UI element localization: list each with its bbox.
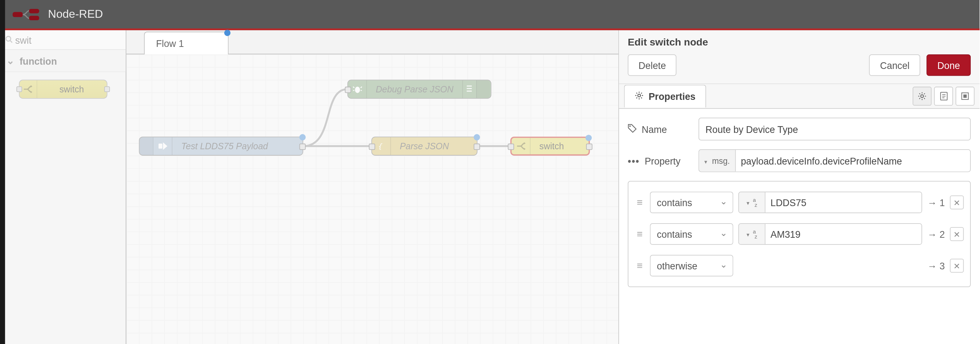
svg-point-16	[921, 95, 924, 98]
svg-rect-1	[29, 16, 39, 20]
name-label: Name	[641, 124, 667, 134]
drag-handle-icon[interactable]: ≡	[635, 260, 645, 272]
svg-rect-2	[13, 12, 23, 17]
delete-button[interactable]: Delete	[628, 54, 677, 76]
workspace: Flow 1 Test LDDS75 Payload	[126, 30, 619, 344]
node-input-port[interactable]	[345, 87, 351, 93]
search-icon	[5, 35, 13, 45]
changed-indicator-icon	[474, 134, 480, 140]
inject-icon	[154, 137, 172, 155]
svg-line-9	[360, 87, 361, 88]
changed-indicator-icon	[224, 30, 231, 36]
node-debug[interactable]: Debug Parse JSON	[347, 80, 492, 98]
drag-handle-icon[interactable]: ≡	[635, 229, 645, 240]
svg-point-3	[6, 36, 11, 40]
node-port	[104, 86, 110, 92]
rules-list: ≡ contains az → 1 ✕ ≡ contains az	[628, 181, 971, 287]
done-button[interactable]: Done	[927, 54, 971, 76]
drag-handle-icon[interactable]: ≡	[635, 197, 645, 208]
node-label: Debug Parse JSON	[367, 84, 462, 94]
remove-rule-button[interactable]: ✕	[950, 227, 964, 241]
gear-icon	[635, 91, 644, 102]
node-inject[interactable]: Test LDDS75 Payload	[139, 136, 303, 155]
node-output-port[interactable]	[299, 144, 306, 150]
rule-value-input[interactable]: az	[738, 192, 923, 213]
value-type-selector[interactable]: az	[739, 224, 766, 244]
property-label: Property	[645, 155, 681, 166]
node-input-port[interactable]	[508, 144, 514, 150]
rule-value-field[interactable]	[765, 192, 922, 213]
tag-icon	[628, 124, 636, 134]
svg-rect-22	[963, 94, 967, 98]
rule-operator-select[interactable]: contains	[650, 223, 733, 245]
switch-icon	[512, 138, 530, 154]
rule-row: ≡ contains az → 2 ✕	[635, 218, 964, 250]
node-port	[16, 86, 22, 92]
app-title: Node-RED	[48, 8, 103, 21]
chevron-down-icon: ⌄	[6, 55, 14, 66]
remove-rule-button[interactable]: ✕	[950, 195, 964, 209]
node-label: Parse JSON	[391, 141, 458, 151]
value-type-selector[interactable]: az	[739, 192, 766, 213]
tab-properties-label: Properties	[649, 91, 695, 102]
svg-line-4	[10, 40, 12, 42]
tab-label: Flow 1	[156, 38, 184, 49]
rule-value-field[interactable]	[765, 224, 922, 244]
node-output-port[interactable]	[586, 144, 593, 150]
property-input[interactable]: msg.	[698, 149, 971, 172]
property-value-input[interactable]	[736, 150, 970, 172]
palette-sidebar: × ⌄ function switch	[0, 30, 126, 344]
node-json[interactable]: { } Parse JSON	[371, 136, 477, 155]
rule-operator-select[interactable]: contains	[650, 192, 733, 213]
node-appearance-button[interactable]	[956, 87, 974, 106]
node-input-port[interactable]	[369, 144, 375, 150]
inject-button[interactable]	[140, 137, 153, 155]
node-label: Test LDDS75 Payload	[172, 141, 277, 151]
flow-canvas[interactable]: Test LDDS75 Payload { } Parse JSON Debug	[126, 54, 619, 344]
app-header: Node-RED	[0, 0, 980, 30]
debug-toggle-icon[interactable]	[462, 80, 476, 98]
svg-rect-0	[29, 8, 39, 13]
palette-node-switch[interactable]: switch	[19, 80, 107, 98]
changed-indicator-icon	[585, 135, 592, 141]
tab-properties[interactable]: Properties	[624, 85, 706, 108]
cancel-button[interactable]: Cancel	[869, 54, 920, 76]
node-switch[interactable]: switch	[510, 136, 590, 155]
svg-text:{ }: { }	[377, 142, 387, 150]
rule-output-label: → 2	[928, 229, 945, 239]
palette-category-header[interactable]: ⌄ function	[0, 50, 126, 72]
svg-point-7	[355, 87, 360, 93]
rule-output-label: → 3	[928, 260, 945, 271]
property-type-selector[interactable]: msg.	[699, 150, 735, 172]
svg-line-8	[353, 87, 354, 88]
palette-search-input[interactable]	[15, 34, 135, 45]
ellipsis-icon: •••	[628, 155, 640, 166]
tab-flow1[interactable]: Flow 1	[144, 32, 229, 54]
rule-output-label: → 1	[928, 197, 945, 208]
svg-point-23	[630, 125, 631, 126]
palette-node-label: switch	[37, 84, 107, 94]
rule-operator-select[interactable]: otherwise	[650, 255, 733, 277]
edit-panel: Edit switch node Delete Cancel Done Prop…	[619, 30, 980, 344]
remove-rule-button[interactable]: ✕	[950, 259, 964, 272]
flow-tab-bar: Flow 1	[126, 30, 619, 54]
node-settings-button[interactable]	[913, 87, 931, 106]
edit-panel-title: Edit switch node	[628, 37, 971, 48]
node-red-logo-icon	[11, 7, 41, 21]
rule-row: ≡ contains az → 1 ✕	[635, 187, 964, 218]
debug-enable-button[interactable]	[476, 80, 490, 98]
node-label: switch	[530, 141, 573, 151]
switch-icon	[19, 80, 37, 98]
svg-rect-5	[158, 144, 162, 149]
node-output-port[interactable]	[474, 144, 480, 150]
node-description-button[interactable]	[934, 87, 953, 106]
svg-point-15	[638, 94, 640, 97]
name-input[interactable]	[698, 118, 971, 140]
changed-indicator-icon	[299, 134, 306, 140]
rule-row: ≡ otherwise → 3 ✕	[635, 250, 964, 282]
palette-search[interactable]: ×	[0, 30, 126, 50]
palette-category-label: function	[19, 56, 57, 66]
rule-value-input[interactable]: az	[738, 223, 923, 245]
